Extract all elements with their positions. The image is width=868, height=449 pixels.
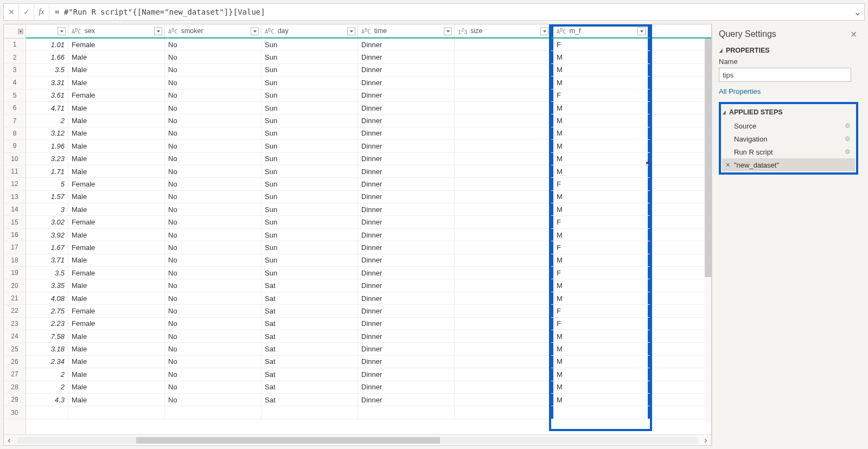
cell[interactable]: 3.02: [26, 216, 68, 228]
cell[interactable]: M: [551, 64, 650, 76]
cell[interactable]: 4.08: [26, 292, 68, 304]
applied-step[interactable]: Run R script⚙: [722, 145, 855, 158]
select-all-corner[interactable]: [4, 24, 25, 39]
cell[interactable]: Sat: [261, 318, 358, 330]
cell[interactable]: M: [551, 292, 650, 304]
cell[interactable]: 2: [26, 114, 68, 126]
cell[interactable]: [455, 140, 551, 152]
cell[interactable]: No: [165, 64, 261, 76]
cell[interactable]: [68, 406, 165, 418]
cell[interactable]: M: [551, 140, 650, 152]
cell[interactable]: M: [551, 330, 650, 342]
cell[interactable]: Male: [68, 330, 165, 342]
cell[interactable]: Dinner: [358, 305, 455, 317]
cell[interactable]: Male: [68, 394, 165, 406]
cell[interactable]: Dinner: [358, 51, 455, 63]
cancel-formula-icon[interactable]: ✕: [4, 4, 19, 20]
row-header[interactable]: 24: [4, 330, 25, 343]
cell[interactable]: Sun: [261, 216, 358, 228]
cell[interactable]: Male: [68, 127, 165, 139]
table-row[interactable]: 3.35MaleNoSatDinnerM: [26, 279, 711, 292]
cell[interactable]: Sat: [261, 368, 358, 380]
cell[interactable]: Dinner: [358, 114, 455, 126]
cell[interactable]: [455, 356, 551, 368]
table-row[interactable]: 2.34MaleNoSatDinnerM: [26, 356, 711, 368]
cell[interactable]: 3.12: [26, 127, 68, 139]
cell[interactable]: [455, 64, 551, 76]
cell[interactable]: No: [165, 305, 261, 317]
cell[interactable]: F: [551, 89, 650, 101]
column-header-smoker[interactable]: ABCsmoker: [165, 24, 261, 37]
table-row[interactable]: 3.02FemaleNoSunDinnerF: [26, 216, 711, 228]
table-row[interactable]: 2.75FemaleNoSatDinnerF: [26, 305, 711, 317]
cell[interactable]: [358, 406, 455, 418]
cell[interactable]: Male: [68, 191, 165, 203]
cell[interactable]: M: [551, 394, 650, 406]
row-header[interactable]: 25: [4, 343, 25, 355]
row-header[interactable]: 30: [4, 406, 25, 419]
cell[interactable]: [455, 153, 551, 165]
cell[interactable]: [455, 406, 551, 418]
table-row[interactable]: 1.96MaleNoSunDinnerM: [26, 140, 711, 152]
cell[interactable]: Dinner: [358, 292, 455, 304]
cell[interactable]: F: [551, 318, 650, 330]
cell[interactable]: Sun: [261, 165, 358, 177]
cell[interactable]: [455, 292, 551, 304]
cell[interactable]: Male: [68, 343, 165, 355]
cell[interactable]: Male: [68, 292, 165, 304]
cell[interactable]: Dinner: [358, 64, 455, 76]
cell[interactable]: No: [165, 267, 261, 279]
cell[interactable]: No: [165, 292, 261, 304]
scroll-left-icon[interactable]: ‹: [4, 435, 15, 445]
row-header[interactable]: 7: [4, 114, 25, 127]
applied-step[interactable]: "new_dataset": [722, 158, 855, 171]
row-header[interactable]: 1: [4, 39, 25, 51]
cell[interactable]: Sat: [261, 292, 358, 304]
row-header[interactable]: 6: [4, 102, 25, 114]
cell[interactable]: [455, 127, 551, 139]
cell[interactable]: F: [551, 267, 650, 279]
row-header[interactable]: 18: [4, 254, 25, 267]
cell[interactable]: [455, 241, 551, 253]
cell[interactable]: No: [165, 343, 261, 355]
cell[interactable]: 3.5: [26, 64, 68, 76]
cell[interactable]: 1.71: [26, 165, 68, 177]
filter-dropdown-icon[interactable]: [58, 27, 66, 35]
cell[interactable]: Male: [68, 229, 165, 241]
table-row[interactable]: 3.92MaleNoSunDinnerM: [26, 229, 711, 241]
cell[interactable]: Sun: [261, 178, 358, 190]
row-header[interactable]: 11: [4, 165, 25, 178]
cell[interactable]: [455, 330, 551, 342]
cell[interactable]: M: [551, 165, 650, 177]
cell[interactable]: No: [165, 368, 261, 380]
row-header[interactable]: 8: [4, 127, 25, 140]
filter-dropdown-icon[interactable]: [347, 27, 355, 35]
row-header[interactable]: 27: [4, 368, 25, 381]
cell[interactable]: [455, 305, 551, 317]
table-row[interactable]: 3.61FemaleNoSunDinnerF: [26, 89, 711, 102]
cell[interactable]: No: [165, 165, 261, 177]
cell[interactable]: Female: [68, 216, 165, 228]
cell[interactable]: 5: [26, 178, 68, 190]
table-row[interactable]: 2MaleNoSatDinnerM: [26, 368, 711, 381]
table-row[interactable]: 3.31MaleNoSunDinnerM: [26, 76, 711, 89]
cell[interactable]: Male: [68, 368, 165, 380]
cell[interactable]: [455, 39, 551, 50]
cell[interactable]: M: [551, 229, 650, 241]
cell[interactable]: Dinner: [358, 318, 455, 330]
cell[interactable]: [455, 102, 551, 114]
cell[interactable]: [455, 191, 551, 203]
cell[interactable]: Dinner: [358, 39, 455, 50]
cell[interactable]: Dinner: [358, 267, 455, 279]
table-row[interactable]: 3MaleNoSunDinnerM: [26, 203, 711, 216]
cell[interactable]: No: [165, 89, 261, 101]
filter-dropdown-icon[interactable]: [540, 27, 548, 35]
cell[interactable]: Female: [68, 318, 165, 330]
cell[interactable]: 1.01: [26, 39, 68, 50]
cell[interactable]: 2.75: [26, 305, 68, 317]
cell[interactable]: M: [551, 254, 650, 266]
cell[interactable]: 1.66: [26, 51, 68, 63]
cell[interactable]: No: [165, 127, 261, 139]
column-header-size[interactable]: 123size: [455, 24, 551, 37]
cell[interactable]: M: [551, 127, 650, 139]
